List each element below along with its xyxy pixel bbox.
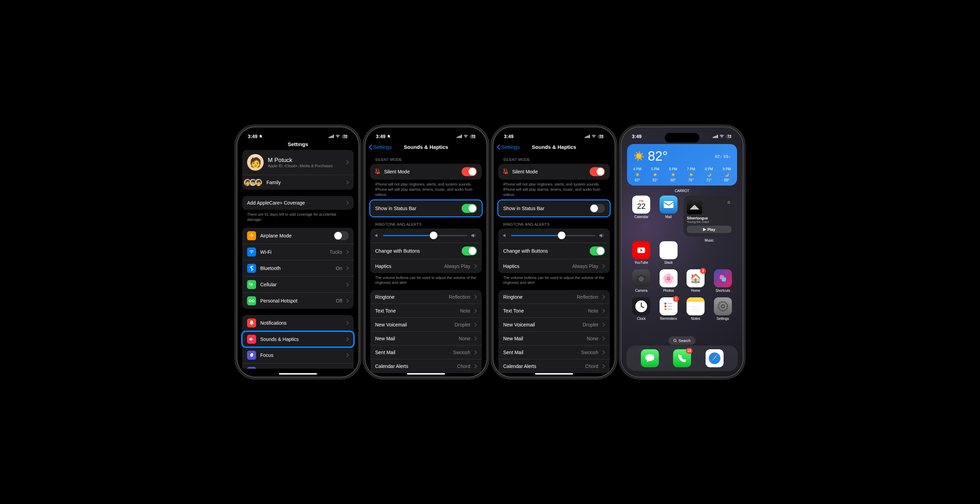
newmail-row[interactable]: New MailNone	[498, 332, 610, 346]
haptics-label: Haptics	[375, 263, 440, 269]
home-badge: 2	[700, 268, 706, 274]
back-button[interactable]: Settings	[497, 144, 520, 150]
bluetooth-row[interactable]: Bluetooth On	[242, 260, 354, 277]
ringtone-row[interactable]: RingtoneReflection	[498, 290, 610, 304]
wifi-icon	[463, 135, 468, 138]
haptics-row[interactable]: Haptics Always Play	[370, 259, 482, 273]
signal-icon	[713, 135, 718, 138]
svg-rect-12	[588, 136, 589, 138]
home-indicator[interactable]	[407, 373, 445, 375]
app-clock[interactable]: Clock	[629, 297, 654, 321]
back-label: Settings	[501, 144, 520, 150]
phone-sounds-off: 3:49 72 Settings Sounds & Haptics SILENT…	[493, 128, 614, 376]
chevron-right-icon	[347, 299, 349, 303]
camera-icon	[636, 274, 646, 282]
calendar-alerts-row[interactable]: Calendar AlertsChord	[498, 359, 610, 373]
svg-rect-32	[668, 306, 672, 307]
music-artwork: ◢◣	[687, 199, 702, 214]
user-name: M Potuck	[268, 157, 342, 164]
wifi-row[interactable]: Wi-Fi Tucks	[242, 244, 354, 260]
texttone-row[interactable]: Text ToneNote	[370, 304, 482, 318]
change-buttons-row[interactable]: Change with Buttons	[370, 243, 482, 259]
app-slack[interactable]: ✱ Slack	[657, 241, 681, 265]
page-title: Sounds & Haptics	[532, 144, 576, 150]
dock-phone[interactable]: 13	[673, 349, 691, 367]
music-play-button[interactable]: ▶Play	[687, 226, 732, 233]
bluetooth-icon	[247, 264, 256, 273]
airplane-row[interactable]: ✈︎ Airplane Mode	[242, 228, 354, 244]
show-status-bar-row[interactable]: Show in Status Bar	[498, 201, 610, 216]
apple-id-row[interactable]: 🧑 M Potuck Apple ID, iCloud+, Media & Pu…	[242, 150, 354, 175]
change-buttons-toggle[interactable]	[590, 246, 605, 255]
home-indicator[interactable]	[535, 373, 573, 375]
haptics-row[interactable]: Haptics Always Play	[498, 259, 610, 273]
search-label: Search	[679, 338, 691, 343]
chevron-right-icon	[603, 364, 605, 368]
sentmail-row[interactable]: Sent MailSwoosh	[498, 346, 610, 359]
ringtone-header: RINGTONE AND ALERTS	[370, 217, 482, 228]
haptics-value: Always Play	[444, 263, 470, 269]
volume-slider-row[interactable]	[370, 228, 482, 243]
dock-messages[interactable]	[641, 349, 659, 367]
volume-slider[interactable]	[383, 235, 468, 236]
texttone-row[interactable]: Text ToneNote	[498, 304, 610, 318]
change-buttons-toggle[interactable]	[461, 246, 477, 255]
chevron-right-icon	[474, 337, 477, 341]
family-row[interactable]: 👩 👦 👧 Family	[242, 175, 354, 190]
app-calendar[interactable]: FRI22 Calendar	[629, 196, 654, 236]
svg-point-42	[645, 354, 654, 361]
calendar-alerts-row[interactable]: Calendar AlertsChord	[370, 359, 482, 373]
weather-widget-label: CARROT	[622, 189, 743, 193]
music-widget[interactable]: ♫ ◢◣ Silvertongue Young the Giant ▶Play …	[683, 196, 735, 236]
back-button[interactable]: Settings	[369, 144, 392, 150]
weather-temp: 82°	[648, 149, 668, 164]
app-shortcuts[interactable]: Shortcuts	[711, 269, 735, 292]
ringtone-row[interactable]: RingtoneReflection	[370, 290, 482, 304]
attention-group: Notifications Sounds & Haptics Focus Scr…	[242, 315, 354, 368]
app-notes[interactable]: Notes	[683, 297, 708, 321]
silent-mode-row[interactable]: Silent Mode	[370, 164, 482, 180]
voicemail-row[interactable]: New VoicemailDroplet	[498, 318, 610, 332]
svg-rect-15	[714, 136, 715, 138]
voicemail-row[interactable]: New VoicemailDroplet	[370, 318, 482, 332]
weather-widget[interactable]: ☀️ 82° 82↑ 59↓ 4 PM☀️82° 5 PM☀️81° 6 PM☀…	[627, 144, 737, 185]
newmail-row[interactable]: New MailNone	[370, 332, 482, 346]
silent-footer: iPhone will not play ringtones, alerts, …	[498, 180, 610, 199]
app-reminders[interactable]: 1 Reminders	[657, 297, 681, 321]
show-status-bar-row[interactable]: Show in Status Bar	[370, 201, 482, 216]
dock-safari[interactable]	[706, 349, 724, 367]
app-home[interactable]: 🏠2 Home	[683, 269, 708, 292]
chevron-right-icon	[603, 350, 605, 354]
app-mail[interactable]: Mail	[657, 196, 681, 236]
volume-low-icon	[375, 233, 380, 238]
show-status-toggle-off[interactable]	[590, 204, 605, 213]
svg-point-33	[664, 308, 667, 310]
haptics-value: Always Play	[572, 263, 598, 269]
silent-mode-row[interactable]: Silent Mode	[498, 164, 610, 180]
gear-icon	[717, 300, 729, 312]
hotspot-row[interactable]: Personal Hotspot Off	[242, 293, 354, 309]
applecare-label: Add AppleCare+ Coverage	[247, 200, 342, 206]
volume-slider[interactable]	[511, 235, 595, 236]
svg-point-29	[664, 303, 667, 305]
home-indicator[interactable]	[279, 373, 317, 375]
search-button[interactable]: Search	[668, 337, 695, 345]
cellular-row[interactable]: Cellular	[242, 277, 354, 293]
volume-slider-row[interactable]	[498, 228, 610, 243]
silent-mode-toggle[interactable]	[461, 167, 477, 176]
silent-mode-toggle[interactable]	[590, 167, 605, 176]
change-buttons-row[interactable]: Change with Buttons	[498, 243, 610, 259]
app-youtube[interactable]: YouTube	[629, 241, 654, 265]
app-camera[interactable]: Camera	[629, 269, 654, 292]
applecare-row[interactable]: Add AppleCare+ Coverage	[242, 196, 354, 210]
focus-row[interactable]: Focus	[242, 347, 354, 364]
screentime-row[interactable]: Screen Time	[242, 364, 354, 368]
show-status-toggle-on[interactable]	[461, 204, 477, 213]
app-photos[interactable]: 🌸 Photos	[657, 269, 681, 292]
sentmail-row[interactable]: Sent MailSwoosh	[370, 346, 482, 359]
app-settings[interactable]: Settings	[711, 297, 735, 321]
airplane-toggle[interactable]	[334, 231, 349, 240]
notifications-row[interactable]: Notifications	[242, 315, 354, 331]
sounds-haptics-row[interactable]: Sounds & Haptics	[242, 331, 354, 347]
reminders-icon	[663, 301, 674, 311]
